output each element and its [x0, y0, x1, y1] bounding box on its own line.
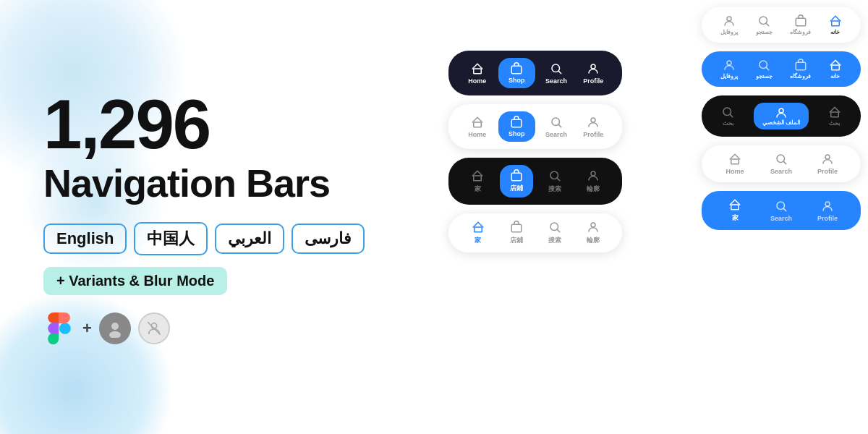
- nav-label-search-light: Search: [545, 131, 567, 138]
- rtl-label-shop-blue: فروشگاه: [790, 73, 811, 80]
- nav-item-home-bl: 家: [719, 198, 751, 223]
- language-tags-row: English 中国人 العربي فارسى: [43, 222, 405, 255]
- nav-rtl-search-blue: جستجو: [756, 59, 773, 80]
- nav-item-profile-bl: Profile: [812, 200, 843, 222]
- nav-label-search-bl: Search: [770, 215, 792, 222]
- nav-item-search: Search: [540, 62, 572, 85]
- nav-rtl-shop-blue: فروشگاه: [790, 59, 811, 80]
- nav-label-profile-bl: Profile: [817, 215, 838, 222]
- svg-rect-24: [832, 65, 840, 70]
- rtl-label-profile-blue: پروفایل: [720, 73, 738, 80]
- svg-rect-28: [830, 112, 838, 117]
- svg-rect-8: [473, 122, 481, 127]
- nav-rtl-search: جستجو: [756, 14, 773, 35]
- nav-label-home-cn: 家: [475, 184, 481, 194]
- rtl-label-home-bk: بحث: [829, 120, 840, 127]
- rtl-label-search-blue: جستجو: [756, 73, 773, 80]
- nav-item-profile-en2: Profile: [812, 153, 843, 175]
- nav-item-shop-active: Shop: [498, 58, 535, 88]
- left-content: 1,296 Navigation Bars English 中国人 العربي…: [0, 0, 448, 434]
- nav-rtl-profile: پروفایل: [720, 14, 738, 35]
- nav-bar-light-en2: Home Search Profile: [702, 145, 861, 182]
- nav-label-home-cn2: 家: [475, 236, 481, 245]
- nav-label-home-light: Home: [468, 131, 486, 138]
- nav-rtl-home-blue: خانه: [829, 59, 842, 80]
- svg-point-1: [109, 331, 121, 338]
- hero-number: 1,296: [43, 90, 405, 159]
- svg-rect-31: [731, 159, 739, 164]
- rtl-label-shop: فروشگاه: [790, 29, 811, 35]
- nav-item-search-cn: 搜索: [539, 169, 571, 194]
- svg-rect-21: [796, 18, 806, 26]
- nav-label-home-en2: Home: [726, 168, 744, 175]
- svg-point-11: [591, 118, 595, 122]
- right-content-previews: Home Shop Search Profile: [434, 0, 868, 434]
- plus-sign: +: [82, 319, 92, 338]
- nav-rtl-search-bk: بحث: [721, 106, 734, 127]
- right-nav-column: خانه فروشگاه جستجو پروفایل: [702, 0, 861, 230]
- nav-bar-black-1: 家 店鋪 搜索 輪廓: [448, 158, 622, 205]
- figma-icon: [43, 312, 75, 344]
- tag-persian: فارسى: [292, 224, 365, 254]
- rtl-active-label: الملف الشخصي: [762, 119, 800, 126]
- tag-english: English: [43, 224, 127, 254]
- hero-title: Navigation Bars: [43, 162, 405, 205]
- nav-bar-black-ar: بحث الملف الشخصي بحث: [702, 95, 861, 137]
- nav-label-search-en2: Search: [770, 168, 792, 175]
- nav-item-profile-cn2: 輪廓: [577, 221, 609, 245]
- nav-item-home-cn2: 家: [462, 221, 494, 245]
- nav-rtl-profile-blue: پروفایل: [720, 59, 738, 80]
- variants-badge: + Variants & Blur Mode: [43, 267, 227, 295]
- svg-point-23: [727, 17, 731, 21]
- tool-icons-row: +: [43, 312, 405, 344]
- nav-rtl-home-bk: بحث: [828, 106, 841, 127]
- nav-item-shop-active-cn: 店鋪: [500, 165, 533, 197]
- tag-chinese: 中国人: [134, 222, 208, 255]
- svg-rect-13: [511, 173, 522, 181]
- nav-item-search-light: Search: [540, 116, 572, 138]
- nav-label-shop-cn2: 店鋪: [510, 236, 523, 245]
- svg-rect-9: [512, 119, 522, 127]
- nav-label-search-cn: 搜索: [548, 184, 561, 194]
- left-nav-column: Home Shop Search Profile: [448, 14, 622, 252]
- nav-item-profile-cn: 輪廓: [577, 169, 609, 194]
- svg-rect-12: [474, 176, 482, 181]
- svg-line-3: [148, 323, 161, 335]
- svg-point-7: [591, 64, 595, 69]
- svg-rect-17: [511, 224, 522, 232]
- nav-item-home-light: Home: [461, 116, 493, 138]
- nav-label-profile-en2: Profile: [817, 168, 838, 175]
- nav-label-search-cn2: 搜索: [548, 236, 561, 245]
- nav-item-shop-active-light: Shop: [498, 111, 535, 142]
- nav-rtl-active-pill: الملف الشخصي: [754, 103, 809, 129]
- nav-label-shop-cn: 店鋪: [510, 184, 523, 193]
- nav-bar-light-cn: 家 店鋪 搜索 輪廓: [448, 213, 622, 252]
- rtl-label-profile: پروفایل: [720, 29, 738, 35]
- svg-rect-4: [473, 69, 481, 74]
- svg-rect-20: [832, 21, 840, 26]
- nav-label-profile-cn2: 輪廓: [587, 236, 600, 245]
- tag-arabic: العربي: [215, 224, 284, 254]
- svg-point-33: [825, 155, 830, 159]
- svg-point-29: [779, 109, 783, 113]
- nav-item-search-cn2: 搜索: [539, 221, 571, 245]
- nav-label-profile-light: Profile: [583, 131, 603, 138]
- svg-rect-25: [796, 62, 806, 70]
- nav-item-search-bl: Search: [765, 200, 797, 222]
- nav-item-profile-light: Profile: [577, 116, 609, 138]
- nav-bar-blue-ar: خانه فروشگاه جستجو پروفایل: [702, 51, 861, 87]
- nav-label-shop-light: Shop: [509, 130, 525, 137]
- nav-item-search-en2: Search: [765, 153, 797, 175]
- avatar-person: [99, 312, 131, 344]
- nav-item-home-en2: Home: [719, 153, 751, 175]
- avatar-no-photo: [138, 312, 170, 344]
- nav-label-profile: Profile: [583, 77, 603, 85]
- nav-label-search: Search: [545, 77, 567, 85]
- svg-rect-34: [731, 205, 739, 210]
- svg-point-27: [727, 61, 731, 65]
- nav-rtl-shop: فروشگاه: [790, 14, 811, 35]
- nav-label-profile-cn: 輪廓: [587, 184, 600, 194]
- nav-label-home-bl: 家: [732, 213, 739, 223]
- nav-bar-light-1: Home Shop Search Profile: [448, 104, 622, 149]
- svg-rect-5: [512, 66, 522, 74]
